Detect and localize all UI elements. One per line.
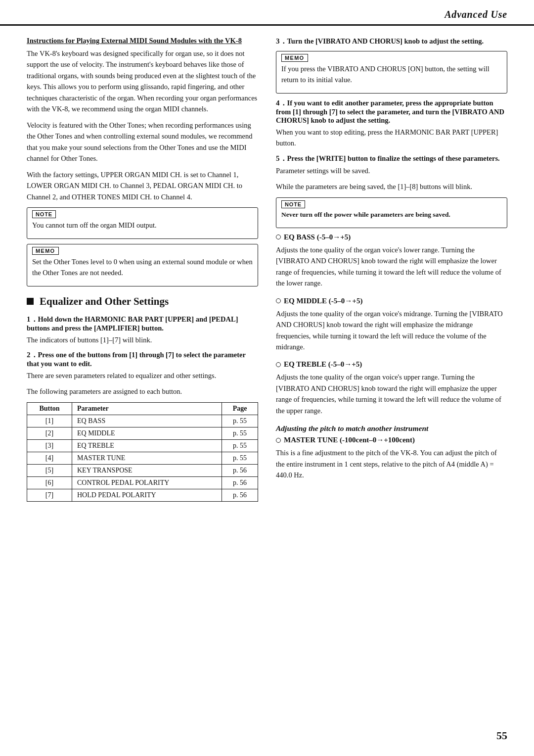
step-1-header: 1．Hold down the HARMONIC BAR PART [UPPER… — [27, 315, 258, 332]
eq-bass-title: EQ BASS (-5–0→+5) — [276, 233, 507, 241]
col-parameter: Parameter — [72, 402, 222, 415]
step-5-body-1: Parameter settings will be saved. — [276, 165, 507, 176]
black-square-icon — [27, 298, 34, 305]
eq-treble-section: EQ TREBLE (-5–0→+5) Adjusts the tone qua… — [276, 360, 507, 416]
memo-text-2: If you press the VIBRATO AND CHORUS [ON]… — [281, 63, 502, 86]
memo-box-2: MEMO If you press the VIBRATO AND CHORUS… — [276, 51, 507, 94]
table-header-row: Button Parameter Page — [27, 402, 258, 415]
step-5: 5．Press the [WRITE] button to finalize t… — [276, 154, 507, 192]
step-5-header: 5．Press the [WRITE] button to finalize t… — [276, 154, 507, 163]
note-box-1: NOTE You cannot turn off the organ MIDI … — [27, 207, 258, 238]
step-1: 1．Hold down the HARMONIC BAR PART [UPPER… — [27, 315, 258, 345]
step-4-header: 4．If you want to edit another parameter,… — [276, 98, 507, 125]
table-cell: [1] — [27, 415, 72, 427]
step-3: 3．Turn the [VIBRATO AND CHORUS] knob to … — [276, 37, 507, 46]
master-tune-section: MASTER TUNE (-100cent–0→+100cent) This i… — [276, 436, 507, 480]
circle-bullet-icon-2 — [276, 298, 281, 303]
step-2-body-1: There are seven parameters related to eq… — [27, 370, 258, 381]
step-4: 4．If you want to edit another parameter,… — [276, 98, 507, 149]
main-content: Instructions for Playing External MIDI S… — [0, 37, 534, 509]
circle-bullet-icon-4 — [276, 438, 281, 443]
table-cell: p. 55 — [222, 439, 258, 452]
step-1-body: The indicators of buttons [1]–[7] will b… — [27, 334, 258, 345]
eq-bass-body: Adjusts the tone quality of the organ vo… — [276, 244, 507, 289]
eq-middle-title: EQ MIDDLE (-5–0→+5) — [276, 297, 507, 305]
eq-middle-body: Adjusts the tone quality of the organ vo… — [276, 308, 507, 353]
table-row: [4]MASTER TUNEp. 55 — [27, 452, 258, 464]
master-tune-title: MASTER TUNE (-100cent–0→+100cent) — [276, 436, 507, 444]
note-label-2: NOTE — [281, 200, 305, 208]
table-row: [3]EQ TREBLEp. 55 — [27, 439, 258, 452]
col-page: Page — [222, 402, 258, 415]
note-text-2: Never turn off the power while parameter… — [281, 210, 502, 220]
instructions-heading: Instructions for Playing External MIDI S… — [27, 37, 258, 45]
table-cell: EQ TREBLE — [72, 439, 222, 452]
table-cell: [3] — [27, 439, 72, 452]
memo-box-1: MEMO Set the Other Tones level to 0 when… — [27, 244, 258, 286]
table-cell: EQ MIDDLE — [72, 427, 222, 439]
left-column: Instructions for Playing External MIDI S… — [27, 37, 258, 509]
note-box-2: NOTE Never turn off the power while para… — [276, 197, 507, 228]
eq-treble-body: Adjusts the tone quality of the organ vo… — [276, 372, 507, 416]
step-2-body-2: The following parameters are assigned to… — [27, 386, 258, 397]
page-header: Advanced Use — [0, 0, 534, 26]
table-row: [5]KEY TRANSPOSEp. 56 — [27, 464, 258, 476]
table-cell: CONTROL PEDAL POLARITY — [72, 476, 222, 489]
circle-bullet-icon-3 — [276, 362, 281, 367]
table-cell: p. 55 — [222, 452, 258, 464]
col-button: Button — [27, 402, 72, 415]
table-cell: EQ BASS — [72, 415, 222, 427]
eq-bass-section: EQ BASS (-5–0→+5) Adjusts the tone quali… — [276, 233, 507, 289]
table-row: [2]EQ MIDDLEp. 55 — [27, 427, 258, 439]
table-body: [1]EQ BASSp. 55[2]EQ MIDDLEp. 55[3]EQ TR… — [27, 415, 258, 501]
left-para-2: Velocity is featured with the Other Tone… — [27, 120, 258, 164]
circle-bullet-icon — [276, 235, 281, 239]
table-cell: p. 55 — [222, 415, 258, 427]
page-number: 55 — [496, 729, 507, 742]
table-cell: p. 56 — [222, 489, 258, 501]
left-para-3: With the factory settings, UPPER ORGAN M… — [27, 169, 258, 202]
note-text-1: You cannot turn off the organ MIDI outpu… — [32, 220, 253, 231]
step-5-body-2: While the parameters are being saved, th… — [276, 181, 507, 192]
step-3-header: 3．Turn the [VIBRATO AND CHORUS] knob to … — [276, 37, 507, 46]
table-row: [7]HOLD PEDAL POLARITYp. 56 — [27, 489, 258, 501]
section-title: Equalizer and Other Settings — [27, 295, 258, 308]
table-cell: [6] — [27, 476, 72, 489]
table-cell: MASTER TUNE — [72, 452, 222, 464]
note-label-1: NOTE — [32, 210, 56, 218]
eq-middle-section: EQ MIDDLE (-5–0→+5) Adjusts the tone qua… — [276, 297, 507, 353]
right-column: 3．Turn the [VIBRATO AND CHORUS] knob to … — [276, 37, 507, 509]
page-container: Advanced Use Instructions for Playing Ex… — [0, 0, 534, 756]
table-cell: [7] — [27, 489, 72, 501]
table-cell: [5] — [27, 464, 72, 476]
step-2: 2．Press one of the buttons from [1] thro… — [27, 350, 258, 397]
master-tune-body: This is a fine adjustment to the pitch o… — [276, 447, 507, 480]
table-cell: KEY TRANSPOSE — [72, 464, 222, 476]
table-cell: p. 55 — [222, 427, 258, 439]
memo-label-2: MEMO — [281, 54, 308, 62]
parameter-table: Button Parameter Page [1]EQ BASSp. 55[2]… — [27, 402, 258, 502]
table-cell: [4] — [27, 452, 72, 464]
adjusting-heading: Adjusting the pitch to match another ins… — [276, 424, 507, 433]
table-row: [1]EQ BASSp. 55 — [27, 415, 258, 427]
header-title: Advanced Use — [445, 9, 507, 20]
table-row: [6]CONTROL PEDAL POLARITYp. 56 — [27, 476, 258, 489]
table-cell: p. 56 — [222, 464, 258, 476]
step-4-body: When you want to stop editing, press the… — [276, 127, 507, 149]
table-cell: p. 56 — [222, 476, 258, 489]
table-cell: HOLD PEDAL POLARITY — [72, 489, 222, 501]
step-2-header: 2．Press one of the buttons from [1] thro… — [27, 350, 258, 368]
table-cell: [2] — [27, 427, 72, 439]
memo-label-1: MEMO — [32, 247, 59, 255]
eq-treble-title: EQ TREBLE (-5–0→+5) — [276, 360, 507, 369]
memo-text-1: Set the Other Tones level to 0 when usin… — [32, 256, 253, 279]
left-para-1: The VK-8's keyboard was designed specifi… — [27, 48, 258, 115]
